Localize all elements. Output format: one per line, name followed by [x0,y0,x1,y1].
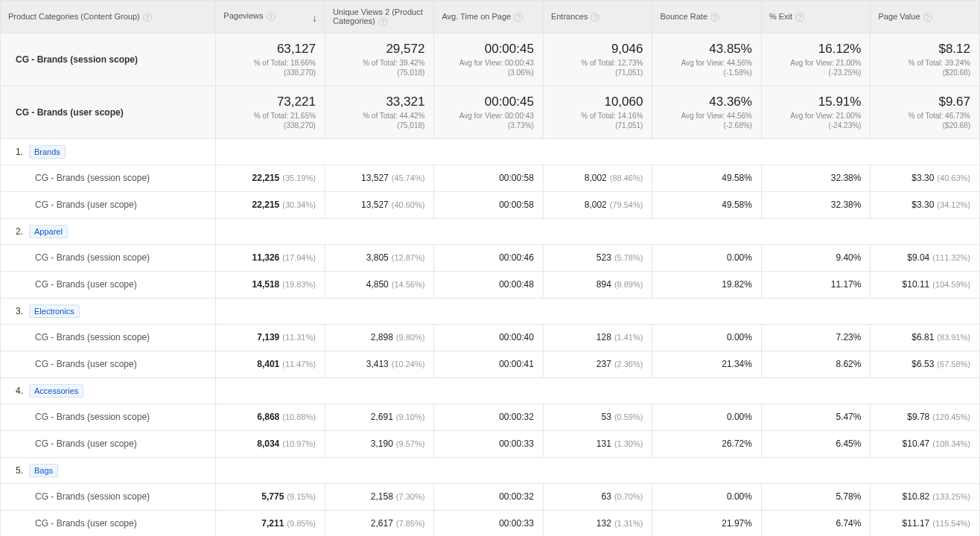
help-icon[interactable]: ? [923,13,932,22]
metric-cell: 53(0.59%) [543,403,652,430]
summary-subtext: % of Total: 39.24% [879,58,970,68]
metric-value: 523 [596,252,611,263]
metric-cell: $10.11(104.59%) [871,271,980,298]
metric-pct: (11.47%) [282,360,316,368]
metric-pct: (30.34%) [282,200,316,209]
metric-value: 8.62% [836,359,861,369]
category-tag[interactable]: Electronics [29,304,80,318]
metric-value: 0.00% [727,412,752,422]
table-row: CG - Brands (user scope)22,215(30.34%)13… [1,191,980,218]
category-group-row: 3.Electronics [1,298,980,324]
category-tag[interactable]: Accessories [29,384,83,398]
column-header[interactable]: Product Categories (Content Group)? [1,1,216,34]
category-cell: 3.Electronics [1,298,216,324]
column-header[interactable]: Unique Views 2 (Product Categories)? [325,1,434,34]
column-header[interactable]: % Exit? [761,1,871,34]
metric-pct: (34.12%) [937,200,970,209]
metric-pct: (79.54%) [610,200,643,209]
metric-pct: (0.59%) [614,412,643,421]
metric-cell: 237(2.36%) [543,351,652,377]
category-tag[interactable]: Apparel [29,225,68,238]
metric-cell: 2,617(7.85%) [325,510,434,536]
metric-value: 32.38% [831,173,862,183]
column-header[interactable]: Entrances? [543,1,652,34]
column-label: % Exit [769,12,792,21]
table-row: CG - Brands (user scope)14,518(19.83%)4,… [1,271,980,298]
help-icon[interactable]: ? [591,13,599,22]
metric-value: 132 [596,518,611,529]
metric-value: $3.30 [911,173,934,183]
summary-cell: 33,321% of Total: 44.42% (75,018) [325,86,434,138]
column-header[interactable]: Pageviews?↓ [216,1,325,34]
column-header[interactable]: Avg. Time on Page? [434,1,544,34]
metric-value: 237 [596,359,611,369]
summary-subtext: ($20.68) [879,68,970,78]
metric-cell: 49.58% [652,191,762,218]
metric-cell: $10.82(133.25%) [871,483,980,510]
summary-subtext: % of Total: 44.42% (75,018) [334,111,425,131]
summary-segment-label: CG - Brands (session scope) [1,34,216,86]
metric-pct: (11.31%) [282,333,316,342]
help-icon[interactable]: ? [795,13,804,22]
help-icon[interactable]: ? [143,13,152,22]
metric-value: 3,805 [366,252,389,263]
metric-value: 0.00% [727,332,752,342]
metric-cell: 5,775(9.15%) [216,483,325,510]
metric-cell: 00:00:41 [434,351,544,377]
sort-down-icon[interactable]: ↓ [312,13,317,23]
row-index: 3. [8,306,23,316]
metric-cell: 26.72% [652,430,762,457]
metric-value: 2,158 [371,491,393,502]
column-label: Entrances [551,12,588,21]
metric-pct: (7.85%) [396,519,425,528]
metric-value: 00:00:58 [499,200,534,210]
metric-pct: (12.87%) [392,253,425,262]
help-icon[interactable]: ? [514,13,523,22]
summary-subtext: (-1.58%) [661,68,752,78]
metric-pct: (1.30%) [614,439,643,448]
table-row: CG - Brands (session scope)22,215(35.19%… [1,165,980,191]
metric-cell: 00:00:32 [434,403,544,430]
summary-value: 63,127 [225,41,316,58]
metric-cell: 0.00% [652,403,762,430]
column-header[interactable]: Bounce Rate? [652,1,762,34]
summary-value: 73,221 [225,94,316,111]
metric-cell: 894(8.89%) [543,271,652,298]
summary-value: 29,572 [334,41,425,58]
help-icon[interactable]: ? [710,13,719,22]
category-cell: 4.Accessories [1,377,216,403]
help-icon[interactable]: ? [267,12,276,21]
summary-subtext: % of Total: 21.65% [225,111,316,121]
metric-value: 00:00:58 [499,173,534,183]
summary-cell: 73,221% of Total: 21.65%(338,270) [216,86,325,138]
metric-value: 8,002 [585,173,607,183]
category-cell: 1.Brands [1,138,216,165]
metric-pct: (35.19%) [282,173,316,182]
metric-pct: (9.15%) [287,492,316,501]
metric-cell: $3.30(40.63%) [871,165,980,191]
metric-value: 2,691 [371,412,393,422]
metric-cell: 00:00:58 [434,165,544,191]
metric-cell: 13,527(45.74%) [325,165,434,191]
category-tag[interactable]: Brands [29,145,66,159]
metric-cell: 21.97% [652,510,762,536]
category-tag[interactable]: Bags [29,464,58,477]
metric-cell: $3.30(34.12%) [871,191,980,218]
metric-cell: 4,850(14.56%) [325,271,434,298]
summary-cell: 15.91%Avg for View: 21.00%(-24.23%) [761,86,871,138]
metric-pct: (1.41%) [614,333,643,342]
analytics-table: Product Categories (Content Group)?Pagev… [0,0,980,536]
segment-name: CG - Brands (session scope) [1,165,216,191]
metric-cell: 22,215(35.19%) [216,165,325,191]
metric-value: $6.81 [911,332,934,342]
metric-value-bold: 22,215 [252,200,280,210]
summary-value: 00:00:45 [443,94,534,111]
metric-pct: (9.10%) [396,412,425,421]
table-row: CG - Brands (user scope)8,034(10.97%)3,1… [1,430,980,457]
summary-subtext: (-2.68%) [661,121,752,131]
metric-value: $11.17 [903,518,930,529]
column-label: Avg. Time on Page [442,12,511,21]
metric-pct: (0.70%) [614,492,643,501]
help-icon[interactable]: ? [378,17,387,26]
column-header[interactable]: Page Value? [871,1,980,34]
